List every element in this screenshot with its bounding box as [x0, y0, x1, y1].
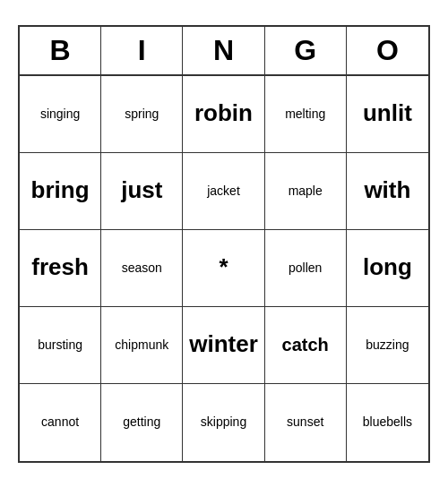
- bingo-cell: fresh: [20, 230, 101, 307]
- bingo-header: BINGO: [20, 27, 428, 76]
- cell-text: spring: [125, 107, 159, 122]
- bingo-cell: spring: [101, 76, 183, 153]
- bingo-cell: buzzing: [347, 307, 428, 384]
- bingo-cell: getting: [101, 384, 183, 461]
- cell-text: singing: [40, 107, 80, 122]
- cell-text: chipmunk: [115, 337, 168, 353]
- bingo-card: BINGO singingspringrobinmeltingunlitbrin…: [18, 25, 430, 463]
- cell-text: maple: [289, 184, 323, 199]
- bingo-cell: chipmunk: [101, 307, 183, 384]
- bingo-cell: bring: [20, 153, 101, 230]
- header-letter: N: [183, 27, 264, 74]
- cell-text: bring: [31, 176, 90, 204]
- bingo-cell: long: [347, 230, 428, 307]
- cell-text: melting: [285, 107, 325, 122]
- cell-text: jacket: [207, 184, 240, 199]
- cell-text: sunset: [287, 414, 323, 430]
- bingo-cell: sunset: [265, 384, 347, 461]
- bingo-cell: jacket: [183, 153, 264, 230]
- cell-text: pollen: [289, 261, 322, 276]
- cell-text: bluebells: [363, 414, 412, 430]
- cell-text: winter: [189, 330, 258, 358]
- cell-text: *: [219, 253, 228, 281]
- bingo-cell: pollen: [265, 230, 347, 307]
- bingo-cell: just: [101, 153, 183, 230]
- bingo-cell: winter: [183, 307, 264, 384]
- bingo-grid: singingspringrobinmeltingunlitbringjustj…: [20, 76, 428, 461]
- bingo-cell: with: [347, 153, 428, 230]
- cell-text: just: [121, 176, 162, 204]
- bingo-cell: melting: [265, 76, 347, 153]
- bingo-cell: bursting: [20, 307, 101, 384]
- header-letter: G: [265, 27, 347, 74]
- cell-text: robin: [194, 99, 253, 127]
- bingo-cell: skipping: [183, 384, 264, 461]
- header-letter: I: [101, 27, 183, 74]
- bingo-cell: *: [183, 230, 264, 307]
- cell-text: cannot: [41, 414, 79, 430]
- bingo-cell: catch: [265, 307, 347, 384]
- cell-text: catch: [282, 334, 329, 355]
- bingo-cell: singing: [20, 76, 101, 153]
- cell-text: with: [364, 176, 410, 204]
- header-letter: O: [347, 27, 428, 74]
- bingo-cell: unlit: [347, 76, 428, 153]
- bingo-cell: bluebells: [347, 384, 428, 461]
- cell-text: season: [122, 261, 162, 276]
- bingo-cell: robin: [183, 76, 264, 153]
- cell-text: unlit: [363, 99, 412, 127]
- cell-text: long: [363, 253, 412, 281]
- cell-text: skipping: [201, 414, 246, 430]
- bingo-cell: maple: [265, 153, 347, 230]
- cell-text: buzzing: [366, 337, 409, 353]
- cell-text: bursting: [38, 337, 82, 353]
- cell-text: fresh: [31, 253, 89, 281]
- bingo-cell: cannot: [20, 384, 101, 461]
- bingo-cell: season: [101, 230, 183, 307]
- header-letter: B: [20, 27, 101, 74]
- cell-text: getting: [123, 414, 160, 430]
